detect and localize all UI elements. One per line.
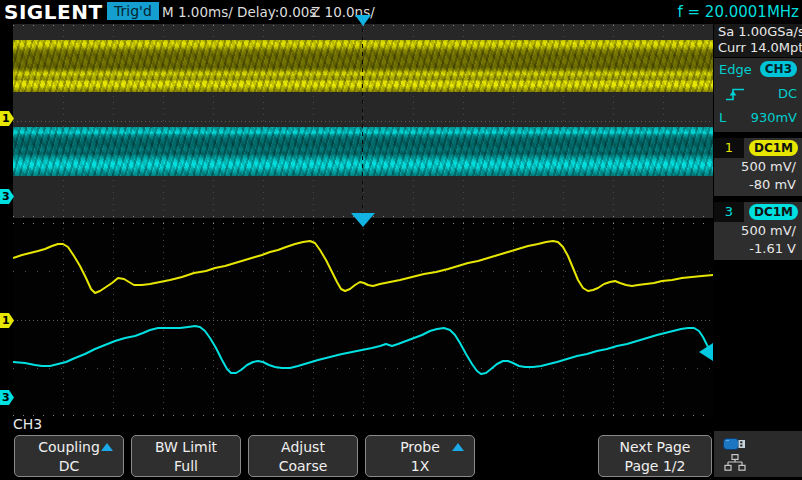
ch3-header: 3 DC1M <box>714 202 802 222</box>
bw-limit-button[interactable]: BW Limit Full <box>131 435 241 477</box>
top-status-bar: SIGLENT Trig'd M 1.00ms/ Delay:0.00s Z 1… <box>0 0 802 24</box>
zoom-waveforms <box>13 222 713 417</box>
expand-arrow-icon <box>101 443 113 451</box>
trigger-mode-row: Edge CH3 <box>714 58 802 82</box>
ch3-coupling-badge: DC1M <box>749 204 798 220</box>
memory-depth-readout: Curr 14.0Mpts <box>714 40 802 56</box>
ch1-position-marker-zoom[interactable]: 1 <box>0 313 14 328</box>
oscilloscope-screen: { "colors": { "ch1": "#e6e600", "ch3": "… <box>0 0 802 480</box>
trigger-level-row: L 930mV <box>714 106 802 130</box>
adjust-button-label: Adjust <box>281 439 325 455</box>
probe-button-value: 1X <box>366 457 474 475</box>
ch3-number: 3 <box>714 202 744 222</box>
next-page-button-value: Page 1/2 <box>599 457 711 475</box>
ch1-header: 1 DC1M <box>714 138 802 158</box>
sample-rate-readout: Sa 1.00GSa/s <box>714 24 802 40</box>
next-page-button[interactable]: Next Page Page 1/2 <box>598 435 712 477</box>
trigger-mode-label: Edge <box>719 62 752 77</box>
ch1-position-marker-main[interactable]: 1 <box>0 111 14 126</box>
ch1-number: 1 <box>714 138 744 158</box>
trigger-settings-panel[interactable]: Edge CH3 DC L 930mV <box>714 58 802 132</box>
adjust-button[interactable]: Adjust Coarse <box>248 435 358 477</box>
trigger-position-dashed-line <box>362 28 363 218</box>
zoom-graticule-window <box>13 222 713 417</box>
ch1-scale-readout: 500 mV/ <box>714 158 802 176</box>
main-graticule-window <box>13 24 713 218</box>
adjust-button-value: Coarse <box>249 457 357 475</box>
lan-icon <box>724 454 746 472</box>
ch3-position-marker-main[interactable]: 3 <box>0 189 14 204</box>
ch3-trace <box>13 326 713 374</box>
ch3-info-box[interactable]: 3 DC1M 500 mV/ -1.61 V <box>714 202 802 260</box>
main-timebase-readout: M 1.00ms/ Delay:0.00s <box>162 4 316 20</box>
probe-button-label: Probe <box>400 439 440 455</box>
ch1-trace <box>13 241 713 293</box>
coupling-button[interactable]: Coupling DC <box>14 435 124 477</box>
expand-arrow-icon <box>452 443 464 451</box>
next-page-button-label: Next Page <box>620 439 691 455</box>
ch1-coupling-badge: DC1M <box>749 140 798 156</box>
ch1-offset-readout: -80 mV <box>714 176 802 194</box>
ch1-envelope-band <box>13 40 713 92</box>
status-icon-panel <box>714 431 802 477</box>
bw-limit-button-value: Full <box>132 457 240 475</box>
active-channel-label: CH3 <box>13 416 42 432</box>
trigger-level-value: 930mV <box>751 106 797 130</box>
ch1-info-box[interactable]: 1 DC1M 500 mV/ -80 mV <box>714 138 802 196</box>
trigger-level-label: L <box>719 110 726 125</box>
ch3-envelope-band <box>13 127 713 176</box>
trigger-coupling-value: DC <box>778 82 797 106</box>
trigger-level-marker[interactable] <box>699 343 713 361</box>
usb-icon <box>723 436 747 452</box>
rising-edge-icon <box>724 87 746 102</box>
trigger-slope-row: DC <box>714 82 802 106</box>
trigger-position-marker-top[interactable] <box>355 15 371 26</box>
trigger-source-badge: CH3 <box>760 61 797 77</box>
trigger-position-marker-zoom[interactable] <box>351 213 375 227</box>
brand-logo: SIGLENT <box>4 0 103 24</box>
frequency-counter-readout: f = 20.0001MHz <box>677 3 799 21</box>
ch3-position-marker-zoom[interactable]: 3 <box>0 390 14 405</box>
coupling-button-label: Coupling <box>38 439 100 455</box>
probe-button[interactable]: Probe 1X <box>365 435 475 477</box>
coupling-button-value: DC <box>15 457 123 475</box>
bw-limit-button-label: BW Limit <box>155 439 217 455</box>
trigger-status-badge: Trig'd <box>107 2 159 20</box>
ch3-scale-readout: 500 mV/ <box>714 222 802 240</box>
acquisition-info-panel: Sa 1.00GSa/s Curr 14.0Mpts <box>714 24 802 57</box>
ch3-offset-readout: -1.61 V <box>714 240 802 258</box>
